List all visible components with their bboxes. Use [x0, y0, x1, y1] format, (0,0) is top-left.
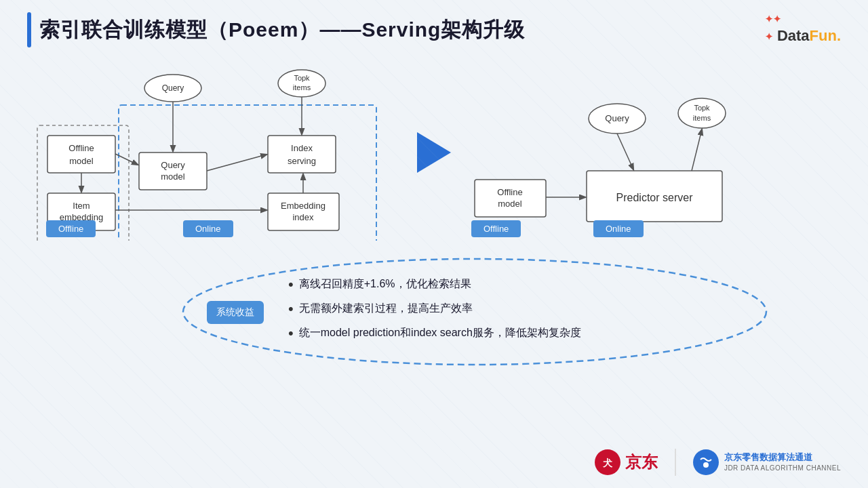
logo-data: Data [777, 27, 810, 44]
svg-text:Query: Query [162, 83, 184, 93]
title-accent [27, 12, 31, 47]
svg-text:Query: Query [161, 160, 185, 170]
main-content: Offline model Item embedding Query model… [0, 54, 868, 375]
svg-point-17 [144, 75, 201, 102]
jd-icon: 犬 [594, 449, 621, 476]
benefits-list: 离线召回精度+1.6%，优化检索结果 无需额外建索引过程，提高生产效率 统一mo… [288, 276, 581, 349]
svg-text:items: items [293, 83, 311, 92]
page-title: 索引联合训练模型（Poeem）——Serving架构升级 [39, 16, 525, 44]
svg-text:serving: serving [288, 156, 316, 166]
system-badge: 系统收益 [207, 301, 264, 324]
svg-text:model: model [161, 171, 185, 182]
right-offline-label: Offline [471, 220, 521, 237]
svg-text:index: index [292, 212, 314, 222]
svg-line-24 [115, 154, 138, 165]
jd-text: 京东 [625, 451, 658, 473]
svg-text:Item: Item [73, 201, 90, 211]
diagrams-row: Offline model Item embedding Query model… [27, 61, 841, 244]
transform-arrow [407, 132, 461, 173]
svg-point-46 [703, 462, 709, 468]
title-bar: 索引联合训练模型（Poeem）——Serving架构升级 [27, 12, 525, 47]
datafun-logo: ✦✦✦ DataFun. [765, 9, 841, 45]
jdr-icon [693, 449, 719, 475]
svg-point-19 [278, 70, 326, 97]
svg-text:Embedding: Embedding [281, 201, 326, 211]
svg-text:Index: Index [291, 143, 313, 153]
svg-rect-8 [139, 152, 207, 190]
svg-line-26 [207, 155, 267, 171]
jd-logo: 犬 京东 [594, 449, 658, 476]
bottom-section: 系统收益 离线召回精度+1.6%，优化检索结果 无需额外建索引过程，提高生产效率… [27, 256, 841, 368]
svg-rect-29 [475, 180, 546, 217]
footer-logos: 犬 京东 京东零售数据算法通道 JDR DATA ALGORITHM CHANN… [594, 449, 841, 476]
svg-text:Topk: Topk [694, 104, 710, 112]
svg-text:Predictor  server: Predictor server [616, 192, 694, 203]
left-diagram: Offline model Item embedding Query model… [27, 64, 407, 241]
benefits-ellipse: 系统收益 离线召回精度+1.6%，优化检索结果 无需额外建索引过程，提高生产效率… [180, 256, 770, 368]
svg-point-34 [589, 104, 646, 134]
svg-text:model: model [69, 156, 94, 166]
header: 索引联合训练模型（Poeem）——Serving架构升级 ✦✦✦ DataFun… [0, 0, 868, 54]
svg-text:model: model [498, 199, 522, 209]
benefit-item-3: 统一model prediction和index search服务，降低架构复杂… [288, 325, 581, 342]
benefit-item-1: 离线召回精度+1.6%，优化检索结果 [288, 276, 581, 293]
svg-text:犬: 犬 [602, 458, 613, 468]
svg-line-41 [692, 129, 702, 171]
jdr-text: 京东零售数据算法通道 JDR DATA ALGORITHM CHANNEL [724, 452, 841, 472]
svg-rect-11 [268, 136, 336, 173]
svg-rect-32 [587, 171, 722, 222]
logo-fun: Fun. [810, 27, 841, 44]
svg-text:Query: Query [605, 113, 629, 123]
logo-divider [675, 449, 676, 476]
offline-label: Offline [46, 220, 96, 237]
svg-text:items: items [693, 114, 711, 122]
svg-rect-0 [119, 105, 376, 241]
svg-point-36 [678, 98, 726, 128]
svg-rect-14 [268, 193, 339, 230]
right-online-label: Online [593, 220, 644, 237]
svg-line-40 [617, 134, 633, 169]
svg-text:Topk: Topk [294, 74, 310, 82]
benefit-item-2: 无需额外建索引过程，提高生产效率 [288, 300, 581, 318]
online-label: Online [183, 220, 233, 237]
svg-text:Offline: Offline [68, 143, 94, 153]
jdr-logo: 京东零售数据算法通道 JDR DATA ALGORITHM CHANNEL [693, 449, 841, 475]
svg-rect-2 [47, 136, 115, 173]
svg-text:Offline: Offline [497, 187, 522, 197]
right-diagram: Offline model Predictor server Query Top… [461, 64, 773, 241]
